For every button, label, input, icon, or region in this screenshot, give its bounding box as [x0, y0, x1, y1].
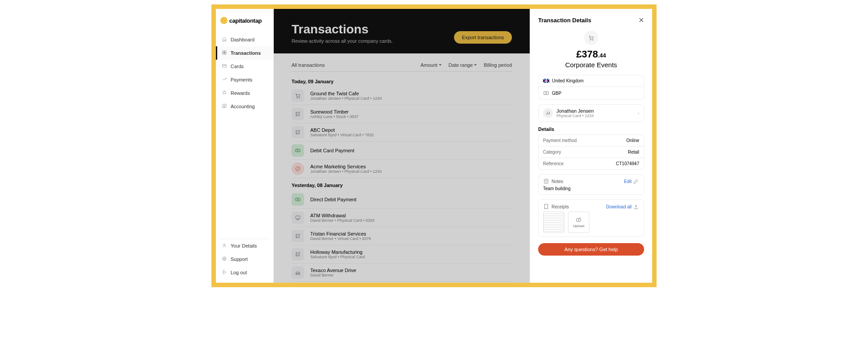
sidebar-item-log-out[interactable]: Log out [216, 266, 273, 279]
logo-icon [220, 17, 227, 24]
filters-bar: All transactions Amount Date range Billi… [292, 62, 512, 72]
transactions-icon [222, 50, 227, 56]
country-row: United Kingdom [539, 75, 644, 86]
date-group-heading: Tuesday, 07 January [292, 282, 512, 283]
sidebar-item-cards[interactable]: Cards [216, 60, 273, 73]
details-box: Payment methodOnlineCategoryRetailRefere… [538, 134, 644, 170]
transaction-row[interactable]: Ground the Twist CafeJonathan Jensen • P… [292, 87, 512, 105]
sidebar-item-payments[interactable]: Payments [216, 73, 273, 86]
svg-point-11 [298, 112, 300, 114]
chevron-down-icon [474, 64, 477, 66]
sidebar-item-rewards[interactable]: Rewards [216, 86, 273, 100]
receipts-box: Receipts Download all Upload [538, 199, 644, 237]
sidebar-item-transactions[interactable]: Transactions [216, 46, 273, 60]
cardholder-name: Jonathan Jensen [556, 108, 634, 114]
svg-rect-22 [296, 216, 300, 219]
detail-row: Payment methodOnline [539, 135, 644, 146]
transaction-details-panel: Transaction Details ✕ £378.44 Corporate … [530, 9, 652, 283]
shapes-icon [292, 108, 304, 120]
detail-value: CT1074947 [616, 161, 639, 166]
svg-rect-28 [298, 255, 300, 256]
svg-rect-16 [298, 133, 300, 134]
get-help-button[interactable]: Any questions? Get help [538, 243, 644, 256]
svg-point-10 [299, 98, 300, 98]
svg-point-38 [578, 219, 579, 220]
chevron-down-icon [439, 64, 442, 66]
transaction-row[interactable]: Surewood TimberAshley Luna • Stock • 383… [292, 105, 512, 123]
notes-box: Notes Edit Team building [538, 174, 644, 195]
transaction-row[interactable]: Direct Debit Payment [292, 191, 512, 209]
transaction-meta: David Berner [310, 273, 356, 277]
sidebar-item-label: Accounting [231, 104, 255, 109]
transaction-row[interactable]: ATM WithdrawalDavid Berner • Physical Ca… [292, 209, 512, 227]
transactions-content: All transactions Amount Date range Billi… [274, 53, 530, 283]
svg-point-32 [590, 40, 591, 41]
transaction-name: Direct Debit Payment [310, 197, 357, 202]
transaction-row[interactable]: Holloway ManufacturingSalvatore Byrd • P… [292, 245, 512, 264]
receipt-icon [543, 203, 549, 210]
sidebar-item-label: Log out [231, 270, 247, 275]
sidebar-item-label: Support [231, 256, 248, 262]
note-text: Team building [543, 186, 639, 191]
svg-rect-20 [296, 198, 300, 201]
transaction-name: Tristan Financial Services [310, 231, 371, 236]
shapes-icon [292, 248, 304, 260]
transaction-meta: Jonathan Jensen • Physical Card • 1234 [310, 169, 381, 174]
filter-amount[interactable]: Amount [421, 62, 442, 68]
detail-key: Payment method [543, 138, 577, 143]
sidebar-item-dashboard[interactable]: Dashboard [216, 33, 273, 46]
cardholder-meta: Physical Card • 1234 [556, 114, 634, 118]
svg-point-23 [298, 234, 300, 236]
note-icon [543, 178, 549, 184]
receipt-thumbnail[interactable] [543, 212, 564, 233]
export-transactions-button[interactable]: Export transactions [454, 31, 512, 44]
transaction-row[interactable]: Texaco Avenue DriveDavid Berner [292, 264, 512, 282]
svg-point-33 [592, 40, 593, 41]
upload-receipt-button[interactable]: Upload [568, 212, 589, 233]
sidebar: capitalontap DashboardTransactionsCardsP… [216, 9, 274, 283]
transaction-row[interactable]: Debit Card Payment [292, 142, 512, 160]
sidebar-item-support[interactable]: Support [216, 252, 273, 266]
download-all-link[interactable]: Download all [606, 203, 639, 210]
logout-icon [222, 269, 227, 276]
svg-point-14 [298, 130, 300, 132]
sidebar-item-your-details[interactable]: Your Details [216, 239, 273, 252]
atm-icon [292, 212, 304, 224]
transaction-meta: Jonathan Jensen • Physical Card • 1234 [310, 96, 381, 101]
transaction-meta: Salvatore Byrd • Physical Card [310, 255, 365, 259]
svg-rect-13 [298, 114, 300, 116]
transaction-name: Acme Marketing Services [310, 164, 381, 169]
sidebar-item-accounting[interactable]: Accounting [216, 100, 273, 113]
main: Transactions Review activity across all … [274, 9, 530, 283]
cardholder-row[interactable]: JJ Jonathan Jensen Physical Card • 1234 … [538, 104, 644, 122]
transaction-name: ABC Depot [310, 127, 374, 133]
upload-icon [576, 217, 582, 223]
transaction-row[interactable]: Tristan Financial ServicesDavid Berner •… [292, 227, 512, 245]
shapes-icon [292, 230, 304, 242]
transaction-name: Texaco Avenue Drive [310, 268, 356, 273]
page-subtitle: Review activity across all your company … [292, 38, 393, 44]
filter-billing-period[interactable]: Billing period [484, 62, 512, 68]
download-icon [633, 203, 639, 210]
user-icon [222, 243, 227, 249]
sidebar-item-label: Transactions [231, 50, 261, 56]
cart-icon [292, 89, 304, 102]
locale-box: United Kingdom GBP [538, 75, 644, 100]
shapes-icon [292, 126, 304, 138]
svg-rect-17 [296, 149, 300, 152]
filter-date-range[interactable]: Date range [449, 62, 477, 68]
details-heading: Details [538, 126, 644, 132]
cards-icon [222, 63, 227, 69]
currency-icon [543, 90, 549, 96]
svg-point-9 [296, 98, 297, 98]
date-group-heading: Today, 09 January [292, 74, 512, 87]
transaction-row[interactable]: ABC DepotSalvatore Byrd • Virtual Card •… [292, 123, 512, 142]
transaction-name: ATM Withdrawal [310, 213, 374, 218]
transaction-row[interactable]: Acme Marketing ServicesJonathan Jensen •… [292, 160, 512, 178]
close-icon[interactable]: ✕ [638, 16, 644, 24]
edit-notes-link[interactable]: Edit [624, 178, 639, 184]
merchant-name: Corporate Events [538, 61, 644, 69]
detail-key: Reference [543, 161, 564, 166]
svg-rect-0 [223, 51, 224, 53]
date-group-heading: Yesterday, 08 January [292, 178, 512, 191]
